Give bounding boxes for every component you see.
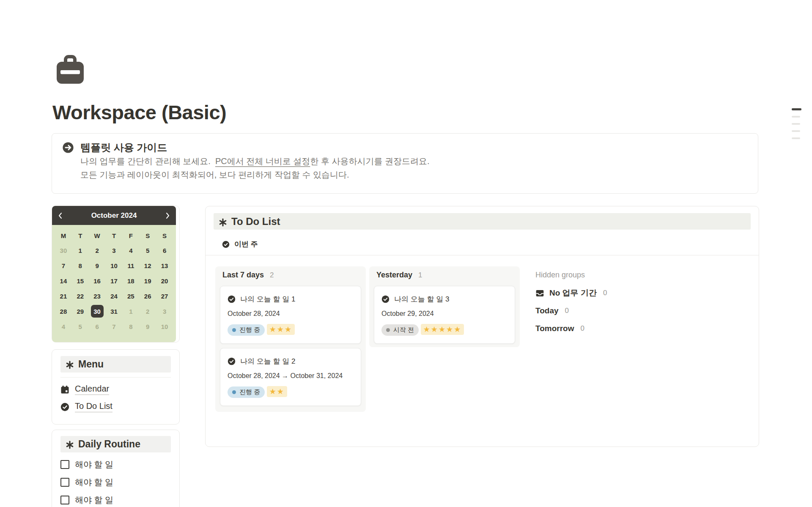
check-circle-icon (381, 295, 390, 303)
calendar-day[interactable]: 31 (106, 304, 123, 319)
routine-todo-item: 해야 할 일 (60, 494, 171, 506)
menu-item-to-do-list[interactable]: To Do List (60, 401, 171, 412)
toc-bar[interactable] (792, 116, 800, 118)
task-card[interactable]: 나의 오늘 할 일 3 October 29, 2024 시작 전 ★★★★★ (374, 286, 515, 344)
check-circle-icon (228, 295, 236, 303)
checkbox-unchecked[interactable] (60, 496, 69, 504)
calendar-day[interactable]: 6 (156, 243, 173, 258)
routine-item-label: 해야 할 일 (75, 494, 113, 506)
calendar-day[interactable]: 22 (72, 288, 89, 304)
calendar-day[interactable]: 21 (55, 288, 72, 304)
calendar-day[interactable]: 1 (72, 243, 89, 258)
calendar-day[interactable]: 8 (122, 319, 139, 334)
hidden-group-count: 0 (580, 324, 584, 333)
toc-bar-active[interactable] (792, 108, 801, 110)
view-tab-this-week[interactable]: 이번 주 (222, 239, 759, 249)
task-card[interactable]: 나의 오늘 할 일 2 October 28, 2024 → October 3… (220, 348, 361, 406)
calendar-day[interactable]: 24 (106, 288, 123, 304)
calendar-header: October 2024 (52, 206, 176, 225)
calendar-day[interactable]: 13 (156, 258, 173, 273)
calendar-weekday: S (156, 229, 173, 243)
calendar-next-button[interactable] (161, 206, 175, 225)
hidden-group-today[interactable]: Today 0 (535, 305, 713, 316)
table-of-contents-indicator[interactable] (792, 108, 801, 139)
checkbox-unchecked[interactable] (60, 478, 69, 487)
calendar-weekday: T (106, 229, 123, 243)
calendar-day[interactable]: 9 (89, 258, 106, 273)
checkbox-unchecked[interactable] (60, 460, 69, 469)
calendar-day[interactable]: 3 (106, 243, 123, 258)
calendar-day[interactable]: 30 (55, 243, 72, 258)
calendar-day[interactable]: 1 (122, 304, 139, 319)
callout-body: 템플릿 사용 가이드 나의 업무를 간단히 관리해 보세요. PC에서 전체 너… (80, 141, 430, 186)
task-card[interactable]: 나의 오늘 할 일 1 October 28, 2024 진행 중 ★★★ (220, 286, 361, 344)
calendar-day[interactable]: 7 (106, 319, 123, 334)
column-name: Last 7 days (222, 271, 264, 280)
calendar-day[interactable]: 18 (122, 273, 139, 288)
calendar-day[interactable]: 7 (55, 258, 72, 273)
calendar-day[interactable]: 26 (139, 288, 156, 304)
menu-title: Menu (78, 359, 104, 370)
calendar-day-selected[interactable]: 30 (89, 304, 106, 319)
toc-bar[interactable] (792, 130, 800, 132)
toc-bar[interactable] (792, 123, 800, 125)
menu-item-label: To Do List (75, 401, 112, 412)
calendar-day[interactable]: 10 (106, 258, 123, 273)
calendar-day[interactable]: 5 (139, 243, 156, 258)
calendar-day[interactable]: 2 (89, 243, 106, 258)
calendar-day[interactable]: 14 (55, 273, 72, 288)
calendar-day[interactable]: 15 (72, 273, 89, 288)
asterisk-icon (219, 217, 227, 226)
calendar-prev-button[interactable] (53, 206, 67, 225)
briefcase-icon[interactable] (55, 54, 85, 86)
check-circle-icon (60, 403, 69, 411)
to-do-list-section: To Do List 이번 주 Last 7 days 2 (205, 206, 759, 447)
inbox-icon (535, 289, 544, 298)
calendar-day[interactable]: 23 (89, 288, 106, 304)
calendar-day[interactable]: 29 (72, 304, 89, 319)
column-count: 1 (418, 271, 422, 280)
calendar-day[interactable]: 10 (156, 319, 173, 334)
full-width-setting-link[interactable]: PC에서 전체 너비로 설정 (215, 156, 310, 166)
calendar-weekday: F (122, 229, 139, 243)
calendar-day[interactable]: 17 (106, 273, 123, 288)
hidden-group-tomorrow[interactable]: Tomorrow 0 (535, 323, 713, 334)
calendar-weekday: S (139, 229, 156, 243)
daily-routine-card: Daily Routine 해야 할 일 해야 할 일 해야 할 일 (52, 430, 180, 507)
calendar-body: MTWTFSS301234567891011121314151617181920… (52, 225, 176, 342)
hidden-group-no-date[interactable]: No 업무 기간 0 (535, 288, 713, 299)
calendar-day[interactable]: 3 (156, 304, 173, 319)
calendar-day[interactable]: 6 (89, 319, 106, 334)
hidden-groups-title: Hidden groups (535, 271, 713, 281)
calendar-day[interactable]: 4 (122, 243, 139, 258)
daily-routine-title: Daily Routine (78, 438, 140, 450)
star-rating: ★★★ (267, 324, 295, 335)
calendar-day[interactable]: 20 (156, 273, 173, 288)
calendar-day[interactable]: 28 (55, 304, 72, 319)
calendar-day[interactable]: 25 (122, 288, 139, 304)
calendar-day[interactable]: 8 (72, 258, 89, 273)
calendar-day[interactable]: 12 (139, 258, 156, 273)
calendar-day[interactable]: 2 (139, 304, 156, 319)
calendar-day[interactable]: 9 (139, 319, 156, 334)
arrow-right-circle-icon (62, 142, 74, 153)
calendar-day[interactable]: 5 (72, 319, 89, 334)
task-date: October 28, 2024 → October 31, 2024 (228, 372, 354, 381)
star-rating: ★★★★★ (421, 324, 464, 335)
menu-item-calendar[interactable]: Calendar (60, 384, 171, 395)
calendar-day[interactable]: 4 (55, 319, 72, 334)
divider (60, 377, 171, 378)
hidden-group-label: Tomorrow (535, 324, 574, 333)
calendar-day[interactable]: 11 (122, 258, 139, 273)
status-badge: 진행 중 (228, 386, 265, 398)
menu-card: Menu Calendar To Do List (52, 349, 180, 425)
asterisk-icon (66, 360, 74, 369)
calendar-day[interactable]: 19 (139, 273, 156, 288)
calendar-day[interactable]: 27 (156, 288, 173, 304)
calendar-day[interactable]: 16 (89, 273, 106, 288)
toc-bar[interactable] (792, 137, 800, 139)
column-header[interactable]: Last 7 days 2 (220, 271, 361, 281)
callout-title: 템플릿 사용 가이드 (80, 141, 430, 154)
column-header[interactable]: Yesterday 1 (374, 271, 515, 281)
page-title: Workspace (Basic) (52, 101, 226, 124)
